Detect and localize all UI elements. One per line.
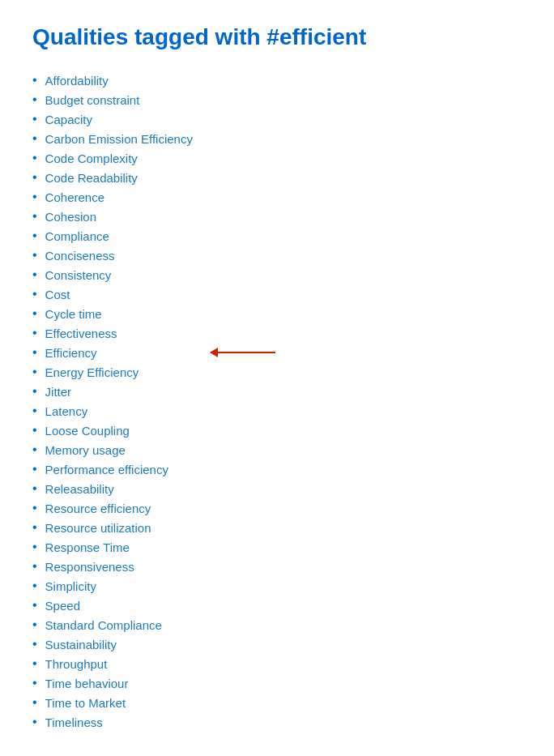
arrow-annotation — [211, 352, 275, 353]
quality-link[interactable]: Latency — [45, 404, 88, 418]
list-item: Resource utilization — [32, 520, 522, 535]
list-item: Responsiveness — [32, 559, 522, 574]
list-item: Loose Coupling — [32, 423, 522, 438]
list-item: Carbon Emission Efficiency — [32, 131, 522, 146]
list-item: Consistency — [32, 267, 522, 282]
quality-link[interactable]: Releasability — [45, 482, 114, 496]
quality-link[interactable]: Timeliness — [45, 715, 103, 729]
list-item: Time to Market — [32, 695, 522, 710]
list-item: Budget constraint — [32, 92, 522, 107]
list-item: Effectiveness — [32, 326, 522, 340]
list-item: Cycle time — [32, 306, 522, 321]
list-item: Code Complexity — [32, 151, 522, 165]
list-item: Throughput — [32, 656, 522, 671]
quality-link[interactable]: Code Readability — [45, 171, 138, 185]
quality-link[interactable]: Standard Compliance — [45, 618, 162, 632]
quality-link[interactable]: Time behaviour — [45, 677, 129, 690]
quality-link[interactable]: Consistency — [45, 268, 112, 282]
quality-link[interactable]: Effectiveness — [45, 327, 117, 340]
list-item: Performance efficiency — [32, 462, 522, 476]
list-item: Coherence — [32, 190, 522, 204]
quality-link[interactable]: Budget constraint — [45, 93, 140, 107]
quality-link[interactable]: Throughput — [45, 657, 108, 671]
list-item: Energy Efficiency — [32, 365, 522, 379]
quality-link[interactable]: Speed — [45, 599, 80, 613]
page-title: Qualities tagged with #efficient — [32, 24, 522, 50]
list-item: Code Readability — [32, 170, 522, 185]
quality-link[interactable]: Memory usage — [45, 443, 126, 457]
quality-link[interactable]: Code Complexity — [45, 152, 138, 165]
list-item: Simplicity — [32, 579, 522, 593]
list-item: Efficiency — [32, 345, 522, 360]
quality-link[interactable]: Performance efficiency — [45, 463, 168, 476]
quality-link[interactable]: Coherence — [45, 190, 104, 204]
quality-link[interactable]: Simplicity — [45, 579, 96, 593]
list-item: Time behaviour — [32, 676, 522, 690]
list-item: Speed — [32, 598, 522, 613]
list-item: Response Time — [32, 540, 522, 554]
list-item: Jitter — [32, 384, 522, 399]
quality-link[interactable]: Energy Efficiency — [45, 365, 139, 379]
quality-link[interactable]: Resource utilization — [45, 521, 151, 535]
list-item: Sustainability — [32, 637, 522, 651]
list-item: Timeliness — [32, 715, 522, 729]
quality-link[interactable]: Cost — [45, 288, 70, 301]
quality-link[interactable]: Cohesion — [45, 210, 96, 224]
list-item: Memory usage — [32, 442, 522, 457]
list-item: Affordability — [32, 73, 522, 88]
quality-link[interactable]: Capacity — [45, 113, 92, 126]
quality-link[interactable]: Sustainability — [45, 638, 117, 651]
quality-link[interactable]: Jitter — [45, 385, 72, 399]
quality-link[interactable]: Resource efficiency — [45, 502, 151, 515]
list-item: Capacity — [32, 112, 522, 126]
list-item: Cost — [32, 287, 522, 301]
quality-link[interactable]: Compliance — [45, 229, 109, 243]
qualities-list: AffordabilityBudget constraintCapacityCa… — [32, 73, 522, 729]
quality-link[interactable]: Efficiency — [45, 346, 97, 360]
quality-link[interactable]: Affordability — [45, 74, 109, 88]
quality-link[interactable]: Cycle time — [45, 307, 102, 321]
list-item: Cohesion — [32, 209, 522, 224]
list-item: Conciseness — [32, 248, 522, 263]
list-item: Standard Compliance — [32, 617, 522, 632]
list-item: Releasability — [32, 481, 522, 496]
quality-link[interactable]: Loose Coupling — [45, 424, 130, 438]
list-item: Compliance — [32, 229, 522, 243]
quality-link[interactable]: Time to Market — [45, 696, 126, 710]
quality-link[interactable]: Carbon Emission Efficiency — [45, 132, 193, 146]
list-item: Resource efficiency — [32, 501, 522, 515]
list-item: Latency — [32, 404, 522, 418]
quality-link[interactable]: Response Time — [45, 540, 130, 554]
quality-link[interactable]: Responsiveness — [45, 560, 134, 574]
quality-link[interactable]: Conciseness — [45, 249, 115, 263]
